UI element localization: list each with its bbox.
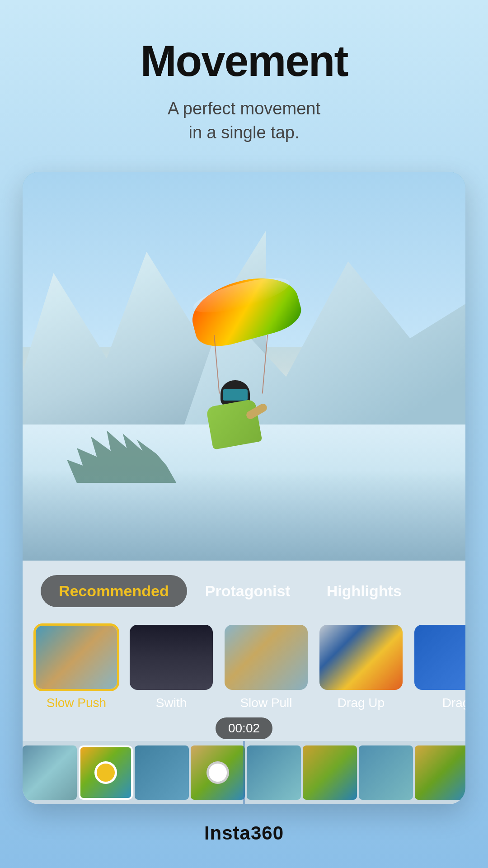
movement-thumbnails: Slow Push Swith Slow Pull Drag Up Drag: [23, 616, 465, 714]
film-frame-3: [135, 745, 189, 800]
filter-tabs-container: Recommended Protagonist Highlights: [23, 561, 465, 616]
time-badge-row: 00:02: [23, 714, 465, 741]
thumb-swith-label: Swith: [156, 696, 187, 710]
tab-recommended[interactable]: Recommended: [41, 575, 187, 607]
film-frame-4: [191, 745, 245, 800]
brand-name: Insta360: [204, 822, 284, 844]
thumb-drag-up[interactable]: Drag Up: [318, 623, 404, 710]
film-frame-6: [303, 745, 357, 800]
page-subtitle: A perfect movement in a single tap.: [168, 97, 320, 145]
thumb-slow-push[interactable]: Slow Push: [33, 623, 119, 710]
thumb-slow-pull[interactable]: Slow Pull: [223, 623, 309, 710]
tab-protagonist[interactable]: Protagonist: [187, 575, 309, 607]
film-frame-7: [359, 745, 413, 800]
video-preview[interactable]: [23, 172, 465, 561]
thumb-drag-up-label: Drag Up: [338, 696, 385, 710]
film-frame-5: [247, 745, 301, 800]
tab-highlights[interactable]: Highlights: [309, 575, 420, 607]
filmstrip-playhead: [244, 741, 245, 804]
thumb-slow-push-label: Slow Push: [47, 696, 106, 710]
page-title: Movement: [141, 36, 348, 86]
thumb-drag-label: Drag: [442, 696, 465, 710]
film-frame-8: [415, 745, 465, 800]
thumb-slow-pull-label: Slow Pull: [240, 696, 292, 710]
main-card: Recommended Protagonist Highlights Slow …: [23, 172, 465, 804]
paraglider-illustration: [178, 281, 322, 453]
film-frame-2: [79, 745, 133, 800]
filmstrip[interactable]: [23, 741, 465, 804]
thumb-swith[interactable]: Swith: [128, 623, 214, 710]
film-frame-1: [23, 745, 77, 800]
time-badge: 00:02: [216, 717, 272, 739]
thumb-drag[interactable]: Drag: [413, 623, 465, 710]
